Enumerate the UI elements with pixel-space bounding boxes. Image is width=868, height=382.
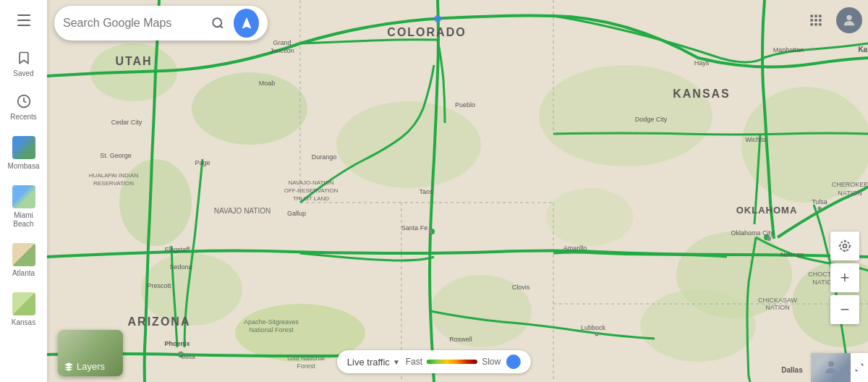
svg-rect-5	[819, 15, 821, 17]
svg-text:Cedar City: Cedar City	[111, 119, 142, 126]
search-button[interactable]	[208, 12, 228, 35]
svg-point-88	[767, 237, 771, 241]
zoom-in-button[interactable]: +	[830, 263, 859, 292]
svg-text:Dallas: Dallas	[781, 366, 803, 374]
svg-point-97	[840, 241, 849, 250]
svg-point-15	[192, 72, 307, 145]
svg-text:UTAH: UTAH	[115, 55, 152, 67]
svg-text:NAVAJO NATION: NAVAJO NATION	[214, 207, 271, 215]
svg-text:NATION: NATION	[838, 190, 861, 197]
svg-text:HUALAPAI INDIAN: HUALAPAI INDIAN	[89, 172, 139, 179]
svg-text:Flagstaff: Flagstaff	[165, 246, 190, 253]
bottom-right-controls	[811, 353, 868, 382]
svg-text:Santa Fe: Santa Fe	[401, 224, 428, 232]
layers-button[interactable]: Layers	[58, 330, 123, 376]
svg-text:Manhattan: Manhattan	[773, 46, 804, 54]
svg-point-12	[846, 15, 851, 20]
map-area[interactable]: UTAH COLORADO KANSAS OKLAHOMA ARIZONA CH…	[47, 0, 868, 382]
svg-text:OKLAHOMA: OKLAHOMA	[736, 205, 798, 216]
traffic-toggle[interactable]	[506, 355, 521, 369]
svg-text:TRUST LAND: TRUST LAND	[293, 195, 329, 202]
svg-text:Phoenix: Phoenix	[164, 340, 190, 347]
svg-text:Mesa: Mesa	[181, 354, 195, 360]
svg-point-75	[429, 230, 433, 234]
svg-text:Gallup: Gallup	[287, 210, 306, 217]
apps-grid-button[interactable]	[801, 6, 830, 35]
svg-point-1	[213, 18, 221, 27]
layers-thumbnail: Layers	[58, 330, 123, 376]
layers-icon-row: Layers	[64, 361, 105, 372]
layers-label: Layers	[77, 361, 105, 372]
hamburger-line	[17, 25, 30, 26]
sidebar-item-kansas[interactable]: Kansas	[4, 286, 43, 333]
svg-rect-3	[811, 15, 813, 17]
svg-text:St. George: St. George	[100, 152, 132, 159]
svg-point-23	[640, 289, 756, 362]
user-avatar[interactable]	[836, 7, 862, 33]
svg-point-34	[434, 15, 441, 22]
map-controls: + −	[830, 232, 859, 324]
svg-text:CHICKASAW: CHICKASAW	[758, 297, 798, 304]
sidebar-item-saved[interactable]: Saved	[4, 43, 43, 84]
svg-rect-11	[819, 23, 821, 25]
miami-beach-thumbnail	[12, 185, 35, 208]
svg-text:Wichita: Wichita	[745, 136, 767, 143]
svg-text:Clovis: Clovis	[512, 284, 530, 291]
svg-point-86	[818, 207, 822, 211]
directions-button[interactable]	[234, 9, 259, 38]
svg-text:Lubbock: Lubbock	[581, 324, 606, 331]
svg-text:NATION: NATION	[765, 304, 789, 311]
traffic-bar: Live traffic ▼ Fast Slow	[337, 350, 531, 373]
svg-text:Sedona: Sedona	[169, 263, 192, 271]
hamburger-menu[interactable]	[9, 6, 38, 35]
street-view-thumbnail[interactable]	[811, 353, 851, 382]
svg-text:Prescott: Prescott	[147, 282, 171, 289]
svg-text:Hays: Hays	[694, 59, 710, 67]
history-icon	[15, 93, 33, 110]
mombasa-thumbnail	[12, 136, 35, 159]
svg-text:Page: Page	[195, 159, 210, 166]
svg-text:OFF-RESERVATION: OFF-RESERVATION	[284, 187, 339, 194]
traffic-legend: Fast Slow	[406, 357, 501, 367]
svg-text:ARIZONA: ARIZONA	[128, 315, 191, 328]
sidebar-item-recents[interactable]: Recents	[4, 87, 43, 127]
svg-point-80	[811, 48, 814, 51]
svg-text:Amarillo: Amarillo	[563, 245, 587, 252]
sidebar-item-atlanta-label: Atlanta	[12, 269, 35, 278]
traffic-gradient	[427, 360, 477, 364]
hamburger-line	[17, 20, 30, 21]
svg-text:Roswell: Roswell	[449, 336, 472, 343]
svg-text:Grand: Grand	[273, 39, 291, 46]
search-input[interactable]	[63, 17, 208, 30]
sidebar-item-mombasa-label: Mombasa	[8, 162, 40, 171]
atlanta-thumbnail	[12, 243, 35, 266]
svg-text:Durango: Durango	[312, 153, 337, 161]
traffic-fast-label: Fast	[406, 357, 422, 367]
sidebar: Saved Recents Mombasa Miami Beach Atlant…	[0, 0, 47, 382]
svg-rect-7	[814, 19, 817, 21]
svg-rect-4	[814, 15, 817, 17]
sidebar-item-saved-label: Saved	[13, 69, 33, 78]
traffic-dropdown[interactable]: Live traffic ▼	[347, 357, 400, 368]
sidebar-item-mombasa[interactable]: Mombasa	[4, 130, 43, 177]
top-right-controls	[801, 6, 862, 35]
locate-button[interactable]	[830, 232, 859, 260]
expand-map-button[interactable]	[851, 353, 868, 382]
svg-text:Pueblo: Pueblo	[455, 101, 475, 109]
zoom-out-button[interactable]: −	[830, 295, 859, 324]
svg-text:Dodge City: Dodge City	[635, 116, 668, 123]
bookmark-icon	[15, 49, 33, 67]
kansas-thumbnail	[12, 292, 35, 315]
svg-text:Taos: Taos	[419, 188, 433, 195]
svg-text:Forest: Forest	[297, 362, 315, 370]
svg-point-96	[843, 245, 847, 248]
svg-text:COLORADO: COLORADO	[387, 26, 466, 38]
sidebar-item-miami-beach-label: Miami Beach	[7, 211, 41, 229]
sidebar-item-miami-beach[interactable]: Miami Beach	[4, 179, 43, 234]
svg-rect-10	[814, 23, 817, 25]
svg-text:Kansas City: Kansas City	[858, 46, 868, 54]
svg-point-98	[828, 361, 834, 367]
svg-point-25	[546, 188, 633, 246]
sidebar-item-atlanta[interactable]: Atlanta	[4, 237, 43, 284]
svg-text:Norman: Norman	[780, 251, 804, 258]
